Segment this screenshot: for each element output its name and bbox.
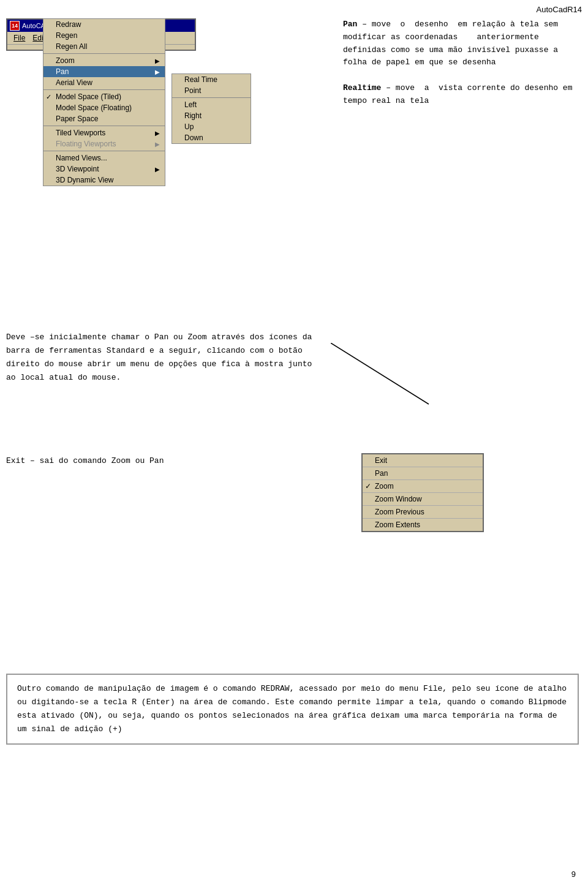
submenu-realtime[interactable]: Real Time: [172, 74, 251, 85]
pan-description: Pan – move o desenho em relação à tela s…: [343, 18, 582, 108]
realtime-title: Realtime: [343, 83, 381, 92]
submenu-sep: [172, 97, 251, 98]
autocad-icon: 14: [10, 21, 20, 31]
menu-zoom[interactable]: Zoom ▶: [43, 55, 165, 66]
menu-sep-2: [43, 89, 165, 90]
menu-sep-3: [43, 126, 165, 126]
viewpoint-arrow: ▶: [155, 166, 160, 173]
page-number: 9: [571, 870, 576, 879]
menu-tiled-viewports[interactable]: Tiled Viewports ▶: [43, 127, 165, 138]
pan-arrow: ▶: [155, 69, 160, 75]
bottom-box: Outro comando de manipulação de imagem é…: [6, 674, 579, 745]
menu-3d-viewpoint[interactable]: 3D Viewpoint ▶: [43, 164, 165, 175]
exit-item-exit[interactable]: Exit: [363, 454, 483, 467]
exit-title: Exit: [6, 456, 25, 465]
file-menu-item[interactable]: File: [10, 33, 29, 43]
exit-item-pan[interactable]: Pan: [363, 467, 483, 480]
bottom-content: Outro comando de manipulação de imagem é…: [17, 684, 567, 734]
view-dropdown-menu: Redraw Regen Regen All Zoom ▶ Pan ▶ Aeri…: [43, 18, 165, 186]
menu-paper-space[interactable]: Paper Space: [43, 113, 165, 124]
page-title: AutoCadR14: [537, 5, 582, 14]
menu-regen-all[interactable]: Regen All: [43, 41, 165, 52]
floating-arrow: ▶: [155, 141, 160, 148]
section-content: Deve –se inicialmente chamar o Pan ou Zo…: [6, 333, 312, 382]
menu-3d-dynamic-view[interactable]: 3D Dynamic View: [43, 175, 165, 186]
menu-sep-4: [43, 151, 165, 151]
menu-pan[interactable]: Pan ▶: [43, 66, 165, 77]
menu-regen[interactable]: Regen: [43, 30, 165, 41]
submenu-down[interactable]: Down: [172, 132, 251, 143]
menu-named-views[interactable]: Named Views...: [43, 152, 165, 164]
menu-aerial-view[interactable]: Aerial View: [43, 77, 165, 88]
submenu-left[interactable]: Left: [172, 99, 251, 110]
submenu-point[interactable]: Point: [172, 85, 251, 96]
exit-menu: Exit Pan Zoom Zoom Window Zoom Previous …: [361, 453, 484, 532]
zoom-arrow: ▶: [155, 58, 160, 64]
diagonal-svg: [331, 343, 453, 416]
exit-item-zoom[interactable]: Zoom: [363, 480, 483, 493]
exit-item-zoom-previous[interactable]: Zoom Previous: [363, 506, 483, 519]
diagonal-line: [331, 343, 453, 419]
submenu-up[interactable]: Up: [172, 121, 251, 132]
menu-model-space-tiled[interactable]: Model Space (Tiled): [43, 91, 165, 102]
svg-line-0: [331, 343, 429, 404]
section-text: Deve –se inicialmente chamar o Pan ou Zo…: [6, 331, 325, 385]
exit-description: – sai do comando Zoom ou Pan: [25, 456, 164, 465]
menu-model-space-floating[interactable]: Model Space (Floating): [43, 102, 165, 113]
menu-floating-viewports[interactable]: Floating Viewports ▶: [43, 138, 165, 149]
exit-item-zoom-window[interactable]: Zoom Window: [363, 493, 483, 506]
tiled-arrow: ▶: [155, 130, 160, 137]
menu-sep-1: [43, 53, 165, 54]
pan-title: Pan: [343, 20, 357, 29]
exit-label: Exit – sai do comando Zoom ou Pan: [6, 456, 164, 465]
menu-redraw[interactable]: Redraw: [43, 19, 165, 30]
exit-item-zoom-extents[interactable]: Zoom Extents: [363, 519, 483, 531]
pan-submenu: Real Time Point Left Right Up Down: [172, 73, 251, 144]
submenu-right[interactable]: Right: [172, 110, 251, 121]
